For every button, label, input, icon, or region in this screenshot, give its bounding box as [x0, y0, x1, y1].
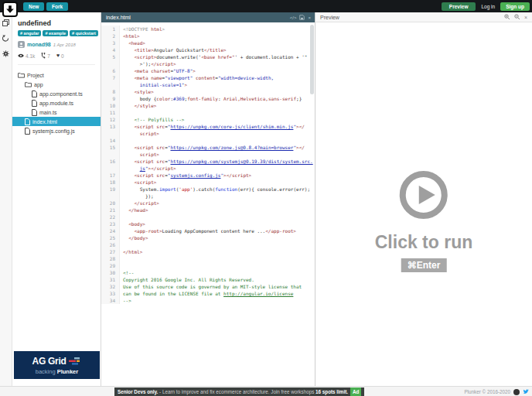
- file-icon: [25, 118, 30, 125]
- tree-item-label: main.ts: [39, 110, 57, 115]
- code-line: 3 <head>: [101, 39, 315, 46]
- github-icon[interactable]: [513, 389, 520, 395]
- line-number: 12: [101, 116, 120, 123]
- zoom-in-icon[interactable]: [504, 14, 510, 20]
- twitter-icon[interactable]: [523, 389, 529, 394]
- code-line: 9 body {color:#369;font-family: Arial,He…: [101, 95, 315, 102]
- tab-index-html[interactable]: index.html: [101, 15, 290, 20]
- line-number: [101, 60, 120, 67]
- tree-item-app[interactable]: app: [12, 80, 101, 89]
- ad-sub-regular: backing: [36, 368, 57, 375]
- tree-item-main.ts[interactable]: main.ts: [12, 108, 101, 117]
- code-line: js"></script>: [101, 165, 315, 172]
- line-number: 4: [101, 46, 120, 53]
- line-number: 10: [101, 102, 120, 109]
- file-icon: [32, 90, 37, 97]
- plunker-app: New Fork Preview Log in Sign up undefine…: [0, 0, 532, 396]
- line-number: 29: [101, 262, 120, 269]
- files-panel-icon[interactable]: [2, 19, 10, 26]
- line-number: 3: [101, 39, 120, 46]
- history-icon[interactable]: [2, 34, 10, 42]
- plunk-title: undefined: [18, 19, 101, 27]
- zoom-out-icon[interactable]: [514, 14, 520, 20]
- tree-item-app.module.ts[interactable]: app.module.ts: [12, 98, 101, 108]
- file-tree: Projectappapp.component.tsapp.module.tsm…: [12, 70, 101, 135]
- line-number: 27: [101, 248, 120, 255]
- login-link[interactable]: Log in: [481, 4, 495, 9]
- footer: Senior Devs only. - Learn to improve and…: [0, 386, 532, 396]
- code-line: script>: [101, 151, 315, 158]
- tree-item-label: app.component.ts: [39, 91, 83, 97]
- copyright: Plunker © 2016-2020: [464, 389, 510, 394]
- code-line: 25 </body>: [101, 234, 315, 241]
- line-number: 1: [101, 26, 120, 32]
- ag-grid-ad[interactable]: AG Grid backing Plunker: [14, 351, 100, 379]
- line-number: 28: [101, 255, 120, 262]
- editor-tab-bar: index.html </> ×: [101, 12, 315, 22]
- code-line: 22: [101, 213, 315, 220]
- close-tab-icon[interactable]: ×: [308, 15, 311, 20]
- tree-item-systemjs.config.js[interactable]: systemjs.config.js: [12, 126, 101, 135]
- file-icon: [32, 100, 37, 107]
- fork-button[interactable]: Fork: [46, 2, 68, 11]
- code-line: 28: [101, 255, 315, 262]
- preview-header: Preview ×: [315, 12, 532, 22]
- code-line: 27</html>: [101, 248, 315, 255]
- preview-toggle-button[interactable]: Preview: [442, 2, 476, 11]
- line-number: 20: [101, 200, 120, 207]
- file-icon: [25, 128, 30, 135]
- line-number: 13: [101, 123, 120, 130]
- forks-stat: 7: [41, 53, 50, 59]
- close-preview-icon[interactable]: ×: [524, 15, 527, 20]
- line-number: 31: [101, 276, 120, 283]
- author-row: monad98 1 Apr 2018: [18, 41, 101, 48]
- avatar: [18, 41, 25, 48]
- line-number: 22: [101, 213, 120, 220]
- line-number: 2: [101, 32, 120, 39]
- tree-item-label: index.html: [32, 119, 57, 125]
- save-icon[interactable]: [299, 15, 305, 21]
- shortcut-badge: ⌘Enter: [401, 258, 447, 272]
- fork-icon: [41, 53, 46, 59]
- line-number: 17: [101, 172, 120, 179]
- code-line: 33can be found in the LICENSE file at ht…: [101, 290, 315, 297]
- footer-ad[interactable]: Senior Devs only. - Learn to improve and…: [114, 387, 364, 396]
- line-number: 7: [101, 74, 120, 81]
- tag-badge[interactable]: # example: [43, 30, 68, 36]
- tree-item-app.component.ts[interactable]: app.component.ts: [12, 89, 101, 98]
- code-line: 26: [101, 241, 315, 248]
- code-icon[interactable]: </>: [290, 15, 297, 20]
- tag-badge[interactable]: # angular: [18, 30, 41, 36]
- footer-ad-bold1: Senior Devs only.: [118, 389, 158, 394]
- settings-gear-icon[interactable]: [2, 50, 10, 57]
- code-line: 11: [101, 109, 315, 116]
- new-button[interactable]: New: [23, 2, 44, 11]
- plunker-logo[interactable]: [2, 2, 18, 17]
- code-editor[interactable]: 1<!DOCTYPE html>2<html>3 <head>4 <title>…: [101, 22, 315, 304]
- tag-badge[interactable]: # quickstart: [70, 30, 98, 36]
- code-line: 21 </head>: [101, 207, 315, 213]
- line-number: 18: [101, 179, 120, 186]
- line-number: [101, 193, 120, 200]
- code-line: 8 <style>: [101, 88, 315, 95]
- code-line: 31Copyright 2016 Google Inc. All Rights …: [101, 276, 315, 283]
- editor-scrollbar-thumb[interactable]: [310, 25, 314, 94]
- tree-item-index.html[interactable]: index.html: [12, 117, 101, 126]
- signup-button[interactable]: Sign up: [500, 2, 530, 11]
- code-line: 24 <app-root>Loading AppComponent conten…: [101, 227, 315, 234]
- line-number: 34: [101, 297, 120, 304]
- tree-item-project[interactable]: Project: [12, 70, 101, 80]
- folder-icon: [25, 81, 32, 87]
- line-number: [101, 130, 120, 137]
- author-link[interactable]: monad98: [27, 42, 51, 47]
- footer-ad-text: - Learn to improve and fix ecommerce arc…: [158, 389, 315, 394]
- code-line: 17 <script src="systemjs.config.js"></sc…: [101, 172, 315, 179]
- heart-icon: ♥: [56, 53, 60, 58]
- tree-item-label: app.module.ts: [39, 101, 73, 106]
- line-number: 25: [101, 234, 120, 241]
- code-line: 13 <script src="https://unpkg.com/core-j…: [101, 123, 315, 130]
- line-number: 32: [101, 283, 120, 290]
- download-arrow-icon: [5, 5, 15, 14]
- run-button[interactable]: Click to run ⌘Enter: [375, 170, 473, 272]
- code-line: 6 <meta charset="UTF-8">: [101, 67, 315, 74]
